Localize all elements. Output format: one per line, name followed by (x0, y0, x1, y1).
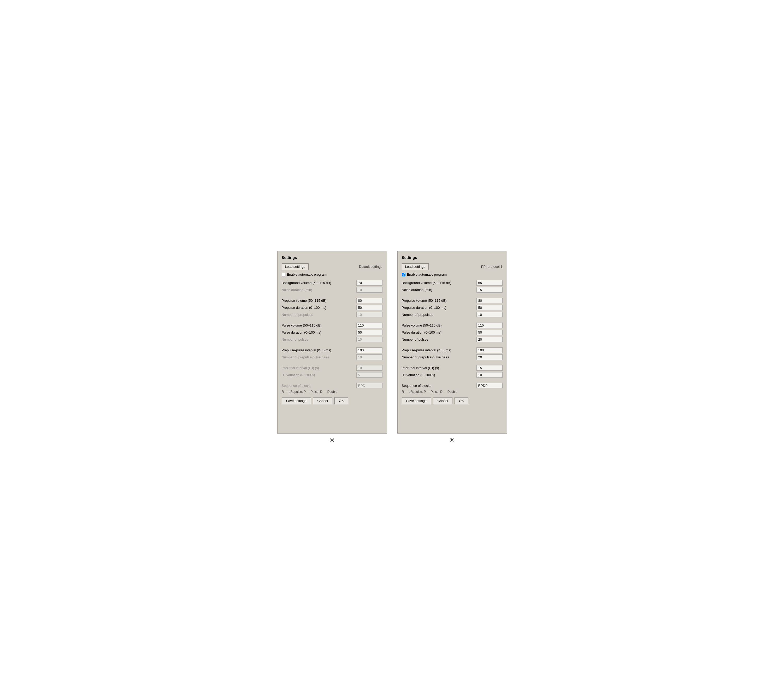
field-label-panel-a-seq-blocks: Sequence of blocks (282, 384, 356, 388)
field-row-panel-b-iti-var: ITI variation (0–100%) (402, 372, 502, 378)
settings-panel-panel-a: SettingsLoad settingsDefault settingsEna… (277, 251, 387, 433)
field-input-panel-b-prepulse-vol[interactable] (476, 298, 502, 303)
field-row-panel-b-num-pulses: Number of pulses (402, 337, 502, 342)
field-label-panel-a-pp-pairs: Number of prepulse-pulse pairs (282, 355, 356, 359)
field-label-panel-a-iti: Inter-trial interval (ITI) (s) (282, 366, 356, 370)
field-label-panel-a-prepulse-dur: Prepulse duration (0–100 ms) (282, 306, 356, 309)
field-input-panel-a-bg-vol[interactable] (356, 280, 382, 286)
field-label-panel-b-prepulse-dur: Prepulse duration (0–100 ms) (402, 306, 476, 309)
field-row-panel-a-prepulse-dur: Prepulse duration (0–100 ms) (282, 305, 382, 310)
field-label-panel-b-pulse-vol: Pulse volume (50–115 dB) (402, 323, 476, 327)
cancel-button-panel-a[interactable]: Cancel (313, 397, 332, 404)
field-row-panel-b-pulse-dur: Pulse duration (0–100 ms) (402, 330, 502, 335)
field-row-panel-b-seq-blocks: Sequence of blocks (402, 383, 502, 388)
field-row-panel-a-pulse-dur: Pulse duration (0–100 ms) (282, 330, 382, 335)
field-label-panel-a-prepulse-vol: Prepulse volume (50–115 dB) (282, 299, 356, 303)
auto-program-row-panel-a: Enable automatic program (282, 273, 382, 277)
field-row-panel-b-prepulse-dur: Prepulse duration (0–100 ms) (402, 305, 502, 310)
field-label-panel-b-pp-pairs: Number of prepulse-pulse pairs (402, 355, 476, 359)
top-row-panel-b: Load settingsPPI protocol 1 (402, 263, 502, 270)
load-settings-button-panel-b[interactable]: Load settings (402, 263, 429, 270)
settings-name-panel-b: PPI protocol 1 (481, 265, 502, 268)
field-label-panel-b-pulse-dur: Pulse duration (0–100 ms) (402, 331, 476, 334)
field-input-panel-b-prepulse-dur[interactable] (476, 305, 502, 310)
spacer-panel-a-6 (282, 319, 382, 323)
spacer-panel-b-6 (402, 319, 502, 323)
field-input-panel-b-pulse-dur[interactable] (476, 330, 502, 335)
spacer-panel-a-16 (282, 379, 382, 383)
field-label-panel-a-bg-vol: Background volume (50–115 dB) (282, 281, 356, 285)
field-label-panel-b-bg-vol: Background volume (50–115 dB) (402, 281, 476, 285)
field-label-panel-b-seq-blocks: Sequence of blocks (402, 384, 476, 388)
panel-title-panel-b: Settings (402, 255, 502, 260)
field-input-panel-a-pulse-vol[interactable] (356, 323, 382, 328)
auto-program-label-panel-a: Enable automatic program (287, 273, 326, 277)
field-input-panel-a-prepulse-dur[interactable] (356, 305, 382, 310)
field-label-panel-a-isi: Prepulse-pulse interval (ISI) (ms) (282, 348, 356, 352)
field-input-panel-a-iti (356, 365, 382, 370)
spacer-panel-b-10 (402, 344, 502, 347)
field-row-panel-b-pp-pairs: Number of prepulse-pulse pairs (402, 354, 502, 360)
field-input-panel-a-pp-pairs (356, 354, 382, 360)
button-row-panel-a: Save settingsCancelOK (282, 397, 382, 404)
field-row-panel-b-pulse-vol: Pulse volume (50–115 dB) (402, 323, 502, 328)
field-input-panel-b-num-pulses[interactable] (476, 337, 502, 342)
ok-button-panel-b[interactable]: OK (455, 397, 468, 404)
field-label-panel-a-pulse-vol: Pulse volume (50–115 dB) (282, 323, 356, 327)
panel-label-panel-a: (a) (329, 438, 334, 442)
settings-name-panel-a: Default settings (359, 265, 382, 268)
field-row-panel-a-iti: Inter-trial interval (ITI) (s) (282, 365, 382, 370)
field-label-panel-b-iti: Inter-trial interval (ITI) (s) (402, 366, 476, 370)
field-input-panel-b-bg-vol[interactable] (476, 280, 502, 286)
field-row-panel-a-num-pulses: Number of pulses (282, 337, 382, 342)
panel-label-panel-b: (b) (450, 438, 455, 442)
auto-program-checkbox-panel-b[interactable] (402, 273, 405, 277)
field-label-panel-b-num-prepulses: Number of prepulses (402, 313, 476, 317)
field-input-panel-a-seq-blocks (356, 383, 382, 388)
field-label-panel-a-noise-dur: Noise duration (min) (282, 288, 356, 292)
field-row-panel-b-noise-dur: Noise duration (min) (402, 287, 502, 293)
field-label-panel-a-pulse-dur: Pulse duration (0–100 ms) (282, 331, 356, 334)
panel-title-panel-a: Settings (282, 255, 382, 260)
spacer-panel-a-13 (282, 362, 382, 365)
auto-program-checkbox-panel-a[interactable] (282, 273, 285, 277)
spacer-panel-b-16 (402, 379, 502, 383)
field-input-panel-b-seq-blocks[interactable] (476, 383, 502, 388)
load-settings-button-panel-a[interactable]: Load settings (282, 263, 309, 270)
field-input-panel-a-isi[interactable] (356, 347, 382, 353)
field-row-panel-a-seq-blocks: Sequence of blocks (282, 383, 382, 388)
field-label-panel-b-prepulse-vol: Prepulse volume (50–115 dB) (402, 299, 476, 303)
field-input-panel-a-num-prepulses (356, 312, 382, 318)
field-row-panel-a-isi: Prepulse-pulse interval (ISI) (ms) (282, 347, 382, 353)
field-row-panel-a-pp-pairs: Number of prepulse-pulse pairs (282, 354, 382, 360)
field-input-panel-b-noise-dur[interactable] (476, 287, 502, 293)
save-settings-button-panel-b[interactable]: Save settings (402, 397, 431, 404)
spacer-panel-b-13 (402, 362, 502, 365)
field-input-panel-b-pp-pairs[interactable] (476, 354, 502, 360)
field-input-panel-a-iti-var (356, 372, 382, 378)
field-input-panel-b-num-prepulses[interactable] (476, 312, 502, 318)
field-label-panel-b-noise-dur: Noise duration (min) (402, 288, 476, 292)
field-row-panel-a-bg-vol: Background volume (50–115 dB) (282, 280, 382, 286)
cancel-button-panel-b[interactable]: Cancel (433, 397, 453, 404)
field-input-panel-a-num-pulses (356, 337, 382, 342)
field-row-panel-b-prepulse-vol: Prepulse volume (50–115 dB) (402, 298, 502, 303)
ok-button-panel-a[interactable]: OK (334, 397, 348, 404)
field-input-panel-a-noise-dur (356, 287, 382, 293)
panel-container-panel-b: SettingsLoad settingsPPI protocol 1Enabl… (397, 251, 507, 442)
field-row-panel-a-prepulse-vol: Prepulse volume (50–115 dB) (282, 298, 382, 303)
field-input-panel-b-iti-var[interactable] (476, 372, 502, 378)
top-row-panel-a: Load settingsDefault settings (282, 263, 382, 270)
field-input-panel-a-prepulse-vol[interactable] (356, 298, 382, 303)
field-input-panel-b-isi[interactable] (476, 347, 502, 353)
field-input-panel-b-iti[interactable] (476, 365, 502, 370)
settings-panel-panel-b: SettingsLoad settingsPPI protocol 1Enabl… (397, 251, 507, 433)
save-settings-button-panel-a[interactable]: Save settings (282, 397, 311, 404)
footer-note-panel-b: R — pRepulse, P — Pulse, D — Double (402, 390, 502, 393)
field-label-panel-b-num-pulses: Number of pulses (402, 337, 476, 341)
button-row-panel-b: Save settingsCancelOK (402, 397, 502, 404)
field-label-panel-b-iti-var: ITI variation (0–100%) (402, 373, 476, 377)
field-input-panel-a-pulse-dur[interactable] (356, 330, 382, 335)
page-wrapper: SettingsLoad settingsDefault settingsEna… (277, 251, 507, 442)
field-input-panel-b-pulse-vol[interactable] (476, 323, 502, 328)
